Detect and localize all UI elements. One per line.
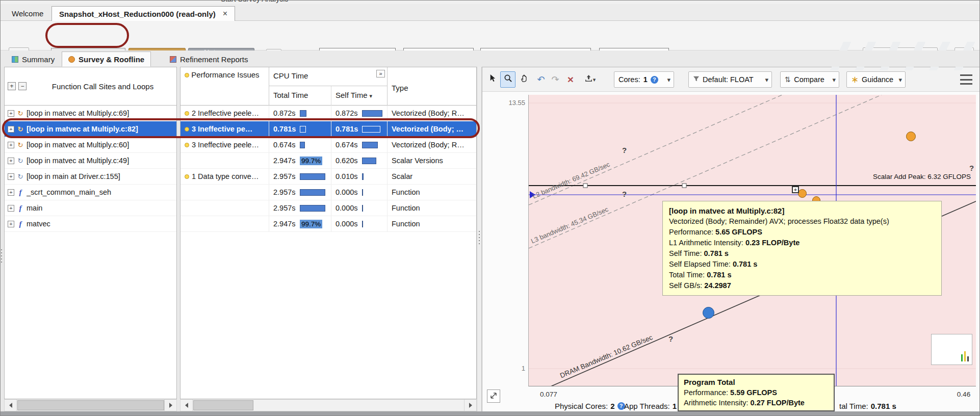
function-row[interactable]: +↻[loop in matvec at Multiply.c:82] [5, 121, 176, 137]
physical-cores-status: Physical Cores: 2 ? [555, 402, 625, 410]
performance-issues-text: 2 Ineffective peele… [192, 109, 259, 117]
total-time-value: 2.957s [273, 188, 300, 196]
default-float-dropdown[interactable]: Default: FLOAT [688, 71, 772, 88]
function-row[interactable]: +fmain [5, 200, 176, 216]
expand-toggle-icon[interactable]: + [8, 173, 14, 180]
menu-icon[interactable] [960, 74, 972, 85]
close-icon[interactable]: × [223, 9, 227, 18]
tab-refinement-reports[interactable]: Refinement Reports [164, 51, 254, 67]
function-row[interactable]: +↻[loop in matvec at Multiply.c:60] [5, 137, 176, 153]
expand-toggle-icon[interactable]: + [8, 126, 14, 133]
type-header[interactable]: Type [388, 67, 477, 106]
scrollbar-thumb[interactable] [193, 400, 253, 410]
selected-loop-dot[interactable] [798, 189, 807, 198]
roof-help-icon[interactable]: ? [668, 334, 673, 343]
loop-dot-blue[interactable] [703, 307, 714, 319]
help-icon[interactable]: ? [651, 76, 658, 84]
scroll-left-button[interactable] [180, 400, 193, 411]
function-row[interactable]: +f_scrt_common_main_seh [5, 185, 176, 200]
expand-toggle-icon[interactable]: + [8, 142, 14, 148]
expand-toggle-icon[interactable]: + [8, 221, 14, 227]
grid-data-row[interactable]: 3 Ineffective peele…0.674s0.674sVectoriz… [180, 137, 476, 153]
export-button[interactable]: ▾ [579, 71, 601, 88]
total-time-bar [300, 205, 325, 212]
clipped-menu-strip: Start Survey Analysis [1, 1, 979, 4]
function-pane-hscrollbar[interactable] [4, 399, 177, 411]
tab-refinement-label: Refinement Reports [180, 55, 248, 64]
clear-zoom-button[interactable] [563, 71, 578, 88]
type-text: Vectorized (Body; R… [392, 141, 465, 149]
collapse-all-button[interactable]: − [18, 82, 27, 90]
roof-help-icon[interactable]: ? [622, 146, 627, 154]
grid-data-row[interactable]: 2.957s0.000sFunction [180, 185, 476, 200]
function-row[interactable]: +↻[loop in matvec at Multiply.c:49] [5, 153, 176, 169]
grid-data-row[interactable]: 2 Ineffective peele…0.872s0.872sVectoriz… [180, 106, 476, 121]
loop-vec-icon: ↻ [17, 125, 24, 133]
performance-issues-cell [180, 200, 269, 216]
splitter-grip[interactable] [479, 231, 480, 244]
tab-summary-label: Summary [22, 55, 55, 64]
performance-issues-text: 3 Ineffective peele… [192, 141, 259, 149]
funnel-icon [693, 75, 700, 84]
roof-help-icon[interactable]: ? [969, 164, 974, 172]
roof-help-icon[interactable]: ? [622, 190, 627, 198]
redo-button[interactable] [548, 71, 563, 88]
total-time-status-partial: tal Time: 0.781 s [839, 402, 896, 410]
cores-dropdown[interactable]: Cores: 1 ? [614, 71, 674, 88]
tab-snapshot[interactable]: Snapshot_xHost_Reduction000 (read-only) … [51, 6, 235, 21]
total-time-value: 2.947s [273, 157, 300, 165]
grid-data-row[interactable]: 2.957s0.000sFunction [180, 200, 476, 216]
pane-splitter[interactable] [477, 67, 482, 411]
scroll-right-button[interactable] [164, 400, 176, 411]
scrollbar-thumb[interactable] [17, 400, 164, 410]
default-float-value: Default: FLOAT [703, 75, 754, 84]
total-time-header[interactable]: Total Time [269, 86, 331, 106]
tab-survey-label: Survey & Roofline [79, 55, 144, 64]
scroll-right-button[interactable] [464, 400, 476, 411]
loop-dot-orange[interactable] [906, 132, 916, 141]
performance-issues-cell [180, 153, 269, 168]
grid-data-row[interactable]: 1 Data type conve…2.957s0.010sScalar [180, 169, 476, 185]
function-name: matvec [27, 220, 50, 228]
zoom-tool-button[interactable] [500, 71, 515, 88]
function-name: [loop in matvec at Multiply.c:60] [27, 141, 129, 149]
expand-chart-button[interactable] [487, 389, 500, 403]
function-column-header: Function Call Sites and Loops [29, 82, 176, 91]
performance-issues-header[interactable]: Performance Issues [180, 67, 269, 106]
roofline-minimap[interactable] [931, 334, 972, 365]
main-toolbar: Elapsed time: 3.66s Vectorized Not Vecto… [1, 21, 979, 50]
grid-data-row[interactable]: 2.947s99.7%0.000sFunction [180, 216, 476, 232]
scroll-left-icon [9, 403, 12, 408]
self-time-value: 0.872s [336, 109, 362, 117]
type-cell: Vectorized (Body; R… [388, 137, 478, 152]
window-edge-grip[interactable] [1, 249, 2, 263]
data-pane-hscrollbar[interactable] [180, 399, 477, 411]
self-time-header[interactable]: Self Time▾ [331, 86, 388, 106]
guidance-dropdown[interactable]: ∗ Guidance [846, 71, 906, 88]
expand-toggle-icon[interactable]: + [8, 110, 14, 117]
total-time-bar [300, 110, 306, 117]
function-row[interactable]: +↻[loop in main at Driver.c:155] [5, 169, 176, 185]
expand-all-button[interactable]: + [8, 82, 16, 90]
expand-toggle-icon[interactable]: + [8, 205, 14, 212]
pointer-tool-button[interactable] [484, 71, 500, 88]
function-row[interactable]: +↻[loop in matvec at Multiply.c:69] [5, 106, 176, 121]
scroll-left-button[interactable] [5, 400, 17, 411]
grid-header: Performance Issues CPU Time » Total Time… [180, 67, 476, 106]
compare-dropdown[interactable]: ⇅ Compare [780, 71, 839, 88]
total-time-cell: 0.674s [269, 137, 331, 152]
pan-tool-button[interactable] [517, 71, 532, 88]
expand-column-icon[interactable]: » [376, 70, 385, 77]
expand-toggle-icon[interactable]: + [8, 189, 14, 196]
tab-survey-roofline[interactable]: Survey & Roofline [62, 51, 151, 67]
self-time-value: 0.000s [336, 220, 362, 228]
expand-toggle-icon[interactable]: + [8, 158, 14, 164]
performance-issues-cell: 1 Data type conve… [180, 169, 269, 184]
grid-data-row[interactable]: 3 Ineffective pe…0.781s0.781sVectorized … [180, 121, 476, 137]
tab-summary[interactable]: Summary [6, 51, 61, 67]
undo-button[interactable] [533, 71, 549, 88]
function-row[interactable]: +fmatvec [5, 216, 176, 232]
tab-welcome[interactable]: Welcome [5, 6, 50, 21]
grid-data-row[interactable]: 2.947s99.7%0.620sScalar Versions [180, 153, 476, 169]
cpu-time-header[interactable]: CPU Time » [269, 67, 388, 86]
